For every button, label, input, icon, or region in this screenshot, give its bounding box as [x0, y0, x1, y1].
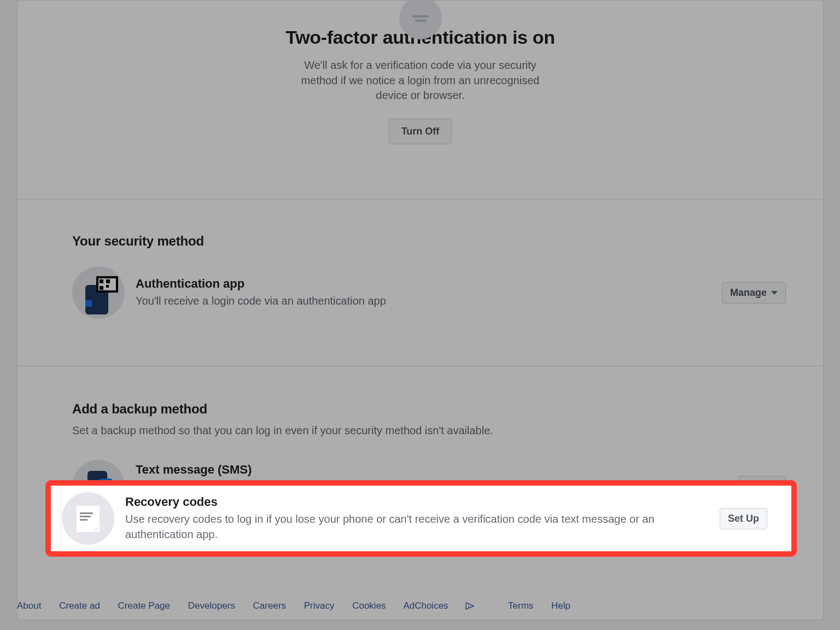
caret-down-icon: [771, 291, 778, 295]
recovery-codes-setup-button[interactable]: Set Up: [720, 508, 767, 529]
security-method-section: Your security method Authentication app …: [18, 200, 823, 366]
two-factor-description: We'll ask for a verification code via yo…: [289, 58, 552, 103]
footer-link-careers[interactable]: Careers: [253, 600, 286, 611]
svg-text:i: i: [468, 604, 469, 609]
backup-description: Set a backup method so that you can log …: [72, 424, 786, 437]
footer-links: About Create ad Create Page Developers C…: [17, 600, 824, 612]
sms-title: Text message (SMS): [136, 463, 738, 477]
footer-link-developers[interactable]: Developers: [188, 600, 235, 611]
footer-link-cookies[interactable]: Cookies: [352, 600, 386, 611]
adchoices-icon: i: [465, 602, 475, 612]
svg-marker-0: [466, 603, 474, 609]
authentication-app-row: Authentication app You'll receive a logi…: [72, 266, 786, 319]
footer-link-about[interactable]: About: [17, 600, 41, 611]
authentication-app-icon: [72, 266, 125, 319]
manage-button-label: Manage: [730, 287, 767, 299]
footer-link-adchoices[interactable]: AdChoicesi: [403, 600, 490, 611]
footer-link-terms[interactable]: Terms: [508, 600, 533, 611]
footer-link-privacy[interactable]: Privacy: [304, 600, 335, 611]
authentication-app-description: You'll receive a login code via an authe…: [136, 293, 722, 308]
backup-heading: Add a backup method: [72, 401, 786, 417]
footer-link-create-ad[interactable]: Create ad: [59, 600, 100, 611]
security-method-heading: Your security method: [72, 234, 786, 249]
recovery-codes-description: Use recovery codes to log in if you lose…: [125, 511, 720, 542]
recovery-codes-highlight: Recovery codes Use recovery codes to log…: [45, 480, 797, 557]
two-factor-hero: Two-factor authentication is on We'll as…: [18, 27, 823, 200]
footer-link-create-page[interactable]: Create Page: [118, 600, 170, 611]
recovery-codes-title: Recovery codes: [125, 495, 720, 509]
manage-button[interactable]: Manage: [722, 282, 786, 304]
turn-off-button[interactable]: Turn Off: [389, 119, 452, 144]
footer-link-help[interactable]: Help: [551, 600, 570, 611]
recovery-codes-icon: [62, 492, 114, 545]
authentication-app-title: Authentication app: [136, 277, 722, 291]
